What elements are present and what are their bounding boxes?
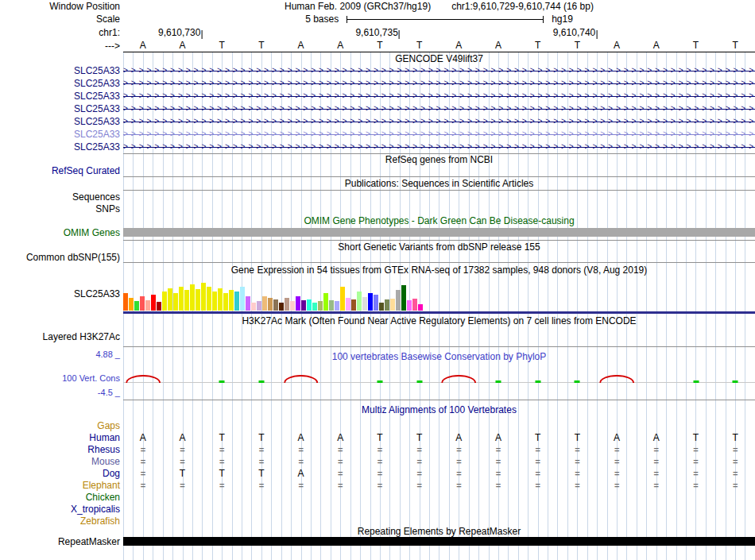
refseq-track-area[interactable] [123, 165, 755, 176]
alignment-cell: = [518, 457, 558, 466]
publications-sequences-label[interactable]: Sequences [0, 191, 123, 203]
position-header: Human Feb. 2009 (GRCh37/hg19) chr1:9,610… [123, 0, 755, 13]
window-position-row: Window Position Human Feb. 2009 (GRCh37/… [0, 0, 755, 13]
omim-gene-bar[interactable] [123, 228, 755, 237]
conservation-positive-mark [575, 380, 580, 383]
multiz-species-label[interactable]: Elephant [0, 479, 123, 491]
gtex-tissue-bar [335, 301, 339, 311]
gencode-transcript-label[interactable]: SLC25A33 [0, 77, 123, 90]
dbsnp-track-area[interactable] [123, 253, 755, 262]
refseq-title-row: RefSeq genes from NCBI [0, 154, 755, 165]
gtex-tissue-bar [296, 296, 300, 311]
multiz-species-label[interactable]: Gaps [0, 419, 123, 431]
conservation-negative-arc [599, 375, 634, 383]
alignment-cell: T [202, 468, 242, 479]
ruler-row: chr1: 9,610,7309,610,7359,610,740 [0, 25, 755, 39]
conservation-plot-area[interactable]: 100 vertebrates Basewise Conservation by… [123, 347, 755, 400]
repeatmasker-element-bar[interactable] [123, 537, 755, 546]
sequence-row: ---> AATTAATTAATTAATT [0, 39, 755, 52]
gencode-transcript-line[interactable]: >>>>>>>>>>>>>>>>>>>>>>>>>>>>>>>>>>>>>>>>… [123, 77, 755, 90]
multiz-species-row: Rhesus================ [0, 443, 755, 455]
refseq-track-row: RefSeq Curated [0, 165, 755, 176]
gtex-tissue-bar [134, 301, 139, 311]
gencode-transcript-line[interactable]: >>>>>>>>>>>>>>>>>>>>>>>>>>>>>>>>>>>>>>>>… [123, 141, 755, 153]
gencode-transcript-label[interactable]: SLC25A33 [0, 115, 123, 128]
alignment-cell: = [518, 481, 558, 490]
gtex-track-label[interactable]: SLC25A33 [0, 276, 123, 311]
gencode-transcript-label[interactable]: SLC25A33 [0, 128, 123, 141]
conservation-track-label[interactable]: 100 Vert. Cons [0, 373, 120, 383]
gtex-tissue-bar [212, 292, 217, 311]
alignment-cell: = [123, 481, 163, 490]
alignment-cell: A [281, 468, 321, 479]
strand-arrows: >>>>>>>>>>>>>>>>>>>>>>>>>>>>>>>>>>>>>>>>… [123, 128, 755, 141]
multiz-alignment-area[interactable] [123, 419, 755, 431]
alignment-cell: = [360, 469, 400, 478]
publications-snps-area[interactable] [123, 203, 755, 214]
omim-track-row: OMIM Genes [0, 227, 755, 238]
multiz-species-label[interactable]: Human [0, 431, 123, 443]
multiz-alignment-area[interactable] [123, 503, 755, 515]
alignment-cell: = [558, 445, 598, 454]
gtex-tissue-bar [140, 296, 145, 311]
multiz-alignment-area[interactable]: ================ [123, 455, 755, 467]
gtex-tissue-bar [318, 301, 323, 311]
publications-snps-label[interactable]: SNPs [0, 203, 123, 214]
alignment-cell: A [281, 432, 321, 443]
multiz-species-label[interactable]: Chicken [0, 491, 123, 503]
gtex-tissue-bar [162, 292, 167, 311]
alignment-cell: = [360, 445, 400, 454]
gencode-transcript-label[interactable]: SLC25A33 [0, 141, 123, 153]
h3k27ac-track-label[interactable]: Layered H3K27Ac [0, 327, 123, 346]
gencode-transcript-line[interactable]: >>>>>>>>>>>>>>>>>>>>>>>>>>>>>>>>>>>>>>>>… [123, 90, 755, 102]
publications-sequences-area[interactable] [123, 191, 755, 203]
alignment-cell: = [320, 445, 360, 454]
multiz-alignment-area[interactable]: ================ [123, 443, 755, 455]
multiz-species-label[interactable]: Rhesus [0, 443, 123, 455]
gencode-transcript-label[interactable]: SLC25A33 [0, 90, 123, 102]
multiz-species-label[interactable]: X_tropicalis [0, 503, 123, 515]
multiz-species-label[interactable]: Mouse [0, 455, 123, 467]
ruler-tick: 9,610,730 [158, 25, 202, 39]
gencode-transcript-line[interactable]: >>>>>>>>>>>>>>>>>>>>>>>>>>>>>>>>>>>>>>>>… [123, 64, 755, 77]
refseq-track-label[interactable]: RefSeq Curated [0, 165, 123, 176]
gtex-tissue-bar [207, 287, 211, 311]
sequence-base: A [637, 40, 676, 51]
gtex-barchart[interactable] [123, 276, 755, 311]
repeatmasker-track-area[interactable] [123, 536, 755, 546]
h3k27ac-track-area[interactable] [123, 327, 755, 346]
multiz-species-label[interactable]: Zebrafish [0, 515, 123, 527]
multiz-alignment-area[interactable]: AATTAATTAATTAATT [123, 431, 755, 443]
multiz-alignment-area[interactable]: ================ [123, 479, 755, 491]
gencode-transcript-line[interactable]: >>>>>>>>>>>>>>>>>>>>>>>>>>>>>>>>>>>>>>>>… [123, 102, 755, 115]
alignment-cell: = [478, 445, 518, 454]
gtex-tissue-bar [168, 288, 172, 311]
gencode-transcript-label[interactable]: SLC25A33 [0, 64, 123, 77]
gencode-transcript-label[interactable]: SLC25A33 [0, 102, 123, 115]
multiz-alignment-area[interactable]: =TTTA=========== [123, 467, 755, 479]
multiz-species-label[interactable]: Dog [0, 467, 123, 479]
omim-track-area[interactable] [123, 227, 755, 238]
alignment-cell: = [123, 457, 163, 466]
gtex-tissue-bar [151, 295, 156, 311]
alignment-cell: A [637, 432, 676, 443]
conservation-positive-mark [258, 380, 264, 383]
dbsnp-track-label[interactable]: Common dbSNP(155) [0, 253, 123, 262]
multiz-alignment-area[interactable] [123, 515, 755, 527]
gencode-transcript-line[interactable]: >>>>>>>>>>>>>>>>>>>>>>>>>>>>>>>>>>>>>>>>… [123, 115, 755, 128]
repeatmasker-track-label[interactable]: RepeatMasker [0, 536, 123, 546]
h3k27ac-title-row: H3K27Ac Mark (Often Found Near Active Re… [0, 314, 755, 327]
gencode-transcript-line[interactable]: >>>>>>>>>>>>>>>>>>>>>>>>>>>>>>>>>>>>>>>>… [123, 128, 755, 141]
omim-track-label[interactable]: OMIM Genes [0, 227, 123, 238]
gtex-tissue-bar [196, 289, 200, 311]
strand-arrows: >>>>>>>>>>>>>>>>>>>>>>>>>>>>>>>>>>>>>>>>… [123, 90, 755, 102]
sequence-base: T [676, 40, 716, 51]
base-position-ruler[interactable]: 9,610,7309,610,7359,610,740 [123, 25, 755, 39]
gtex-tissue-bar [218, 288, 223, 311]
multiz-alignment-area[interactable] [123, 491, 755, 503]
gtex-tissue-bar [346, 298, 350, 311]
conservation-track[interactable]: 4.88 _ 100 Vert. Cons -4.5 _ 100 vertebr… [0, 347, 755, 400]
gencode-transcript-row: SLC25A33>>>>>>>>>>>>>>>>>>>>>>>>>>>>>>>>… [0, 128, 755, 141]
conservation-positive-mark [219, 380, 225, 383]
sequence-base: T [360, 40, 400, 51]
